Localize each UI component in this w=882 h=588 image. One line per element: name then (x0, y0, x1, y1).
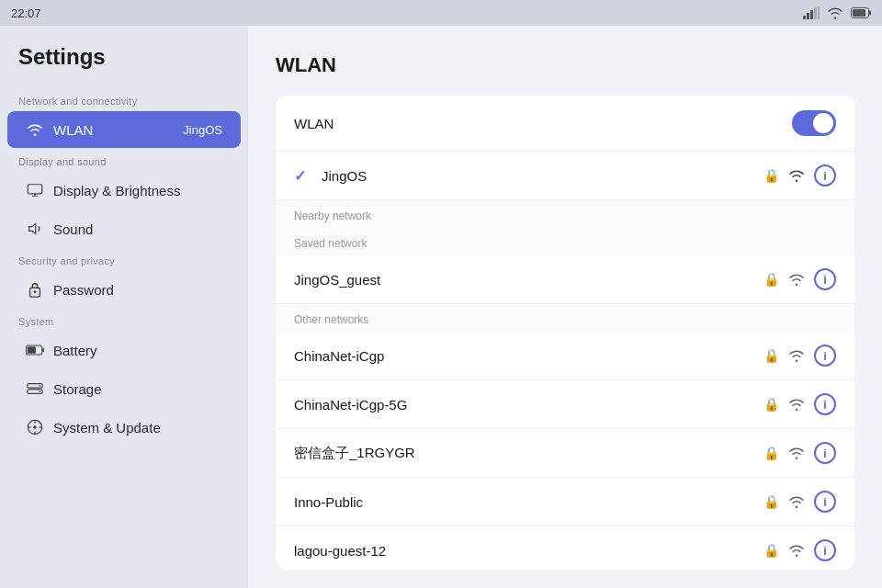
mixinbox-wifi-icon (788, 447, 805, 459)
connected-network-row[interactable]: ✓ JingOS 🔒 i (276, 152, 854, 200)
svg-point-18 (40, 385, 41, 387)
svg-rect-6 (853, 9, 865, 17)
sidebar-item-system-update[interactable]: System & Update (7, 409, 241, 446)
connected-lock-icon: 🔒 (763, 168, 779, 183)
page-title: WLAN (276, 53, 854, 77)
status-icons (803, 6, 871, 19)
lagoug-wifi-icon (788, 544, 805, 557)
mixinbox-lock-icon: 🔒 (763, 446, 779, 460)
wlan-card: WLAN ✓ JingOS 🔒 i (276, 96, 854, 570)
sidebar-item-battery[interactable]: Battery (7, 332, 241, 368)
sidebar-battery-label: Battery (53, 343, 222, 358)
sidebar-sound-label: Sound (53, 221, 222, 237)
network-name-jingosg: JingOS_guest (294, 272, 754, 288)
sidebar-item-sound[interactable]: Sound (7, 210, 241, 247)
svg-rect-2 (810, 10, 813, 19)
svg-rect-3 (814, 7, 817, 19)
connected-network-name: JingOS (322, 168, 754, 184)
chinanet5g-wifi-icon (788, 398, 805, 411)
section-label-display: Display and sound (0, 149, 248, 171)
chinanet-icons: 🔒 i (763, 345, 836, 367)
jingosg-icons: 🔒 i (763, 268, 836, 290)
lagoug-icons: 🔒 i (763, 539, 836, 561)
system-update-icon (26, 418, 44, 436)
connected-network-icons: 🔒 i (763, 164, 836, 187)
lock-icon (26, 280, 44, 299)
storage-icon (26, 379, 44, 398)
battery-icon (851, 7, 871, 18)
lagoug-lock-icon: 🔒 (763, 543, 779, 558)
network-row-innopublic[interactable]: Inno-Public 🔒 i (276, 478, 854, 526)
sidebar-item-storage[interactable]: Storage (7, 370, 241, 407)
chinanet-wifi-icon (788, 349, 805, 362)
jingosg-wifi-icon (788, 273, 805, 286)
wifi-status-icon (827, 6, 843, 19)
network-row-chinanet[interactable]: ChinaNet-iCgp 🔒 i (276, 332, 854, 380)
network-row-mixinbox[interactable]: 密信盒子_1RGYGR 🔒 i (276, 429, 854, 478)
chinanet-lock-icon: 🔒 (763, 348, 779, 363)
innopublic-info-button[interactable]: i (814, 491, 836, 513)
svg-rect-7 (869, 11, 871, 16)
mixinbox-info-button[interactable]: i (814, 442, 836, 464)
svg-rect-8 (28, 185, 42, 194)
sidebar-system-update-label: System & Update (53, 420, 222, 435)
network-name-chinanet5g: ChinaNet-iCgp-5G (294, 397, 754, 413)
wlan-toggle-label: WLAN (294, 116, 334, 131)
sidebar-title: Settings (0, 44, 248, 88)
innopublic-lock-icon: 🔒 (763, 494, 779, 509)
display-icon (26, 181, 44, 199)
svg-rect-15 (42, 348, 44, 353)
sidebar-password-label: Password (53, 282, 222, 298)
network-row-lagoug[interactable]: lagou-guest-12 🔒 i (276, 526, 854, 570)
section-label-network: Network and connectivity (0, 88, 248, 110)
sidebar-item-wlan[interactable]: WLAN JingOS (7, 111, 241, 148)
lagoug-info-button[interactable]: i (814, 539, 836, 561)
saved-network-label: Saved network (276, 228, 854, 255)
innopublic-wifi-icon (788, 495, 805, 508)
sidebar-item-password[interactable]: Password (7, 271, 241, 308)
svg-rect-14 (28, 346, 36, 353)
svg-point-12 (34, 290, 37, 293)
svg-rect-4 (818, 6, 820, 19)
network-row-jingosg[interactable]: JingOS_guest 🔒 i (276, 255, 854, 304)
innopublic-icons: 🔒 i (763, 491, 836, 513)
jingosg-lock-icon: 🔒 (763, 272, 779, 287)
other-networks-label: Other networks (276, 304, 854, 332)
section-label-security: Security and privacy (0, 248, 248, 270)
sidebar-wlan-badge: JingOS (183, 123, 222, 137)
signal-icon (803, 6, 820, 19)
wifi-icon (26, 120, 44, 139)
mixinbox-icons: 🔒 i (763, 442, 836, 464)
sidebar-display-label: Display & Brightness (53, 183, 222, 198)
wlan-toggle[interactable] (792, 110, 836, 136)
clock: 22:07 (11, 6, 41, 20)
svg-point-19 (40, 390, 41, 392)
topbar: 22:07 (0, 0, 882, 26)
jingosg-info-button[interactable]: i (814, 268, 836, 290)
network-name-chinanet: ChinaNet-iCgp (294, 348, 754, 364)
battery-sidebar-icon (26, 341, 44, 359)
chinanet-info-button[interactable]: i (814, 345, 836, 367)
chinanet5g-icons: 🔒 i (763, 393, 836, 415)
svg-rect-0 (803, 16, 806, 19)
network-name-mixinbox: 密信盒子_1RGYGR (294, 445, 754, 462)
sidebar-storage-label: Storage (53, 381, 222, 397)
content-area: WLAN WLAN ✓ JingOS 🔒 (248, 26, 882, 588)
sidebar-item-display[interactable]: Display & Brightness (7, 172, 241, 209)
sidebar-wlan-label: WLAN (53, 122, 174, 138)
chinanet5g-info-button[interactable]: i (814, 393, 836, 415)
chinanet5g-lock-icon: 🔒 (763, 397, 779, 412)
network-row-chinanet5g[interactable]: ChinaNet-iCgp-5G 🔒 i (276, 380, 854, 429)
network-name-innopublic: Inno-Public (294, 494, 754, 510)
sound-icon (26, 220, 44, 238)
connected-wifi-icon (788, 169, 805, 182)
wlan-toggle-row: WLAN (276, 96, 854, 152)
section-label-system: System (0, 309, 248, 331)
network-name-lagoug: lagou-guest-12 (294, 543, 754, 559)
sidebar: Settings Network and connectivity WLAN J… (0, 26, 248, 588)
main-layout: Settings Network and connectivity WLAN J… (0, 26, 882, 588)
nearby-network-label: Nearby network (276, 200, 854, 228)
svg-point-21 (33, 425, 37, 429)
connected-info-button[interactable]: i (814, 164, 836, 187)
svg-rect-1 (807, 13, 809, 19)
